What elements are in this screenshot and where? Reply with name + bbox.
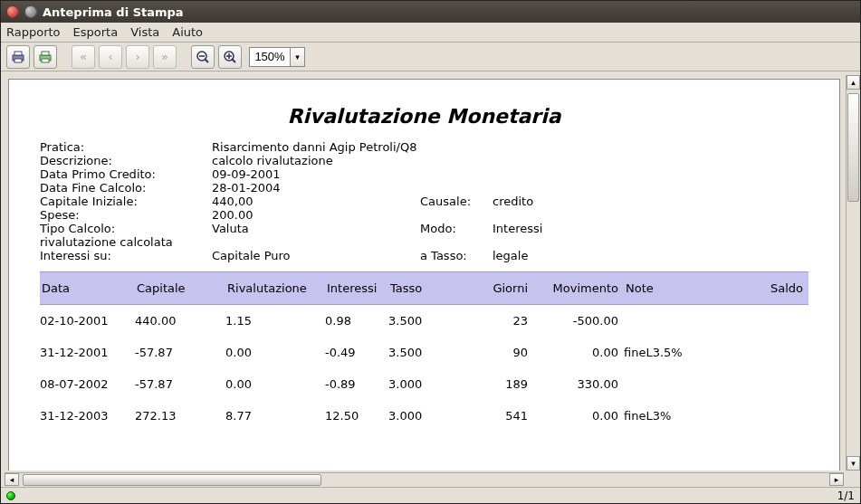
report-page: Rivalutazione Monetaria Pratica: Risarci…: [8, 79, 840, 471]
cell-interessi: 0.98: [325, 314, 388, 328]
col-rivalutazione: Rivalutazione: [225, 281, 325, 295]
zoom-combo[interactable]: ▾: [249, 47, 305, 67]
prev-page-button[interactable]: ‹: [99, 45, 122, 69]
zoom-input[interactable]: [250, 48, 290, 66]
scroll-left-arrow[interactable]: ◂: [5, 473, 19, 486]
horizontal-scrollbar[interactable]: ◂ ▸: [5, 472, 844, 487]
table-row: 08-07-2002-57.870.00-0.893.000189330.00: [40, 368, 808, 400]
cell-saldo: [732, 314, 808, 328]
meta-modo-label: Modo:: [420, 222, 493, 235]
page-indicator: 1/1: [837, 490, 855, 502]
col-movimento: Movimento: [533, 281, 624, 295]
meta-descrizione-value: calcolo rivalutazione: [212, 154, 601, 167]
meta-pratica-label: Pratica:: [40, 140, 212, 154]
chevron-down-icon: ▾: [295, 52, 300, 62]
zoom-dropdown[interactable]: ▾: [290, 48, 304, 66]
meta-capitale-iniziale-label: Capitale Iniziale:: [40, 195, 212, 208]
next-page-button[interactable]: ›: [126, 45, 149, 69]
meta-spese-value: 200.00: [212, 208, 601, 222]
cell-capitale: -57.87: [135, 346, 225, 359]
statusbar: 1/1: [1, 487, 860, 503]
cell-note: [624, 377, 732, 391]
meta-causale-label: Causale:: [420, 195, 493, 208]
svg-rect-2: [14, 59, 22, 62]
cell-capitale: 440.00: [135, 314, 225, 328]
meta-data-primo-credito-label: Data Primo Credito:: [40, 167, 212, 181]
cell-data: 08-07-2002: [40, 377, 135, 391]
preview-viewport: Rivalutazione Monetaria Pratica: Risarci…: [1, 71, 860, 487]
minimize-icon[interactable]: [24, 5, 37, 18]
cell-data: 31-12-2001: [40, 346, 135, 359]
col-saldo: Saldo: [732, 281, 808, 295]
svg-rect-1: [14, 52, 22, 55]
cell-saldo: [732, 346, 808, 359]
page-setup-button[interactable]: [33, 45, 57, 69]
h-scroll-thumb[interactable]: [23, 474, 321, 486]
scroll-right-arrow[interactable]: ▸: [829, 473, 844, 486]
menu-rapporto[interactable]: Rapporto: [6, 25, 61, 39]
col-capitale: Capitale: [135, 281, 225, 295]
cell-giorni: 23: [452, 314, 533, 328]
cell-saldo: [732, 409, 808, 423]
toolbar: « ‹ › » ▾: [1, 43, 860, 71]
cell-tasso: 3.500: [388, 346, 452, 359]
window-title: Anteprima di Stampa: [43, 5, 184, 19]
cell-interessi: -0.89: [325, 377, 388, 391]
meta-modo-value: Interessi: [493, 222, 601, 235]
cell-data: 02-10-2001: [40, 314, 135, 328]
status-led-icon: [6, 491, 15, 500]
meta-tipo-calcolo-value: Valuta: [212, 222, 420, 235]
vertical-scrollbar[interactable]: ▴ ▾: [846, 75, 860, 471]
report-meta: Pratica: Risarcimento danni Agip Petroli…: [40, 140, 808, 262]
first-page-button[interactable]: «: [72, 45, 95, 69]
cell-rivalutazione: 8.77: [225, 409, 325, 423]
table-body: 02-10-2001440.001.150.983.50023-500.0031…: [40, 305, 808, 432]
meta-causale-value: credito: [493, 195, 601, 208]
cell-giorni: 189: [452, 377, 533, 391]
table-row: 31-12-2003272.138.7712.503.0005410.00fin…: [40, 400, 808, 432]
double-chevron-left-icon: «: [80, 50, 87, 63]
menu-esporta[interactable]: Esporta: [73, 25, 119, 39]
col-interessi: Interessi: [325, 281, 388, 295]
meta-spese-label: Spese:: [40, 208, 212, 222]
cell-tasso: 3.000: [388, 377, 452, 391]
meta-capitale-iniziale-value: 440,00: [212, 195, 420, 208]
printer-icon: [11, 50, 25, 64]
cell-saldo: [732, 377, 808, 391]
v-scroll-thumb[interactable]: [847, 93, 859, 202]
double-chevron-right-icon: »: [161, 50, 168, 63]
zoom-out-icon: [196, 50, 210, 64]
menu-aiuto[interactable]: Aiuto: [172, 25, 203, 39]
col-note: Note: [624, 281, 732, 295]
meta-interessi-su-label: Interessi su:: [40, 249, 212, 262]
zoom-out-button[interactable]: [191, 45, 215, 69]
meta-data-fine-calcolo-value: 28-01-2004: [212, 181, 601, 195]
print-button[interactable]: [6, 45, 30, 69]
close-icon[interactable]: [6, 5, 19, 18]
svg-rect-5: [42, 59, 49, 62]
scroll-corner: [846, 472, 860, 487]
last-page-button[interactable]: »: [153, 45, 177, 69]
cell-note: fineL3%: [624, 409, 732, 423]
zoom-in-button[interactable]: [218, 45, 242, 69]
zoom-in-icon: [223, 50, 237, 64]
chevron-left-icon: ‹: [108, 50, 112, 63]
print-preview-window: Anteprima di Stampa Rapporto Esporta Vis…: [0, 0, 861, 504]
meta-interessi-su-value: Capitale Puro: [212, 249, 420, 262]
cell-capitale: 272.13: [135, 409, 225, 423]
cell-note: [624, 314, 732, 328]
svg-line-10: [232, 59, 235, 62]
cell-giorni: 541: [452, 409, 533, 423]
table-row: 31-12-2001-57.870.00-0.493.500900.00fine…: [40, 337, 808, 368]
cell-rivalutazione: 0.00: [225, 377, 325, 391]
cell-note: fineL3.5%: [624, 346, 732, 359]
cell-giorni: 90: [452, 346, 533, 359]
page-scroll-area[interactable]: Rivalutazione Monetaria Pratica: Risarci…: [5, 75, 844, 471]
scroll-down-arrow[interactable]: ▾: [847, 456, 860, 471]
cell-movimento: 330.00: [533, 377, 624, 391]
cell-movimento: -500.00: [533, 314, 624, 328]
svg-line-7: [205, 59, 208, 62]
scroll-up-arrow[interactable]: ▴: [847, 75, 860, 90]
menu-vista[interactable]: Vista: [130, 25, 159, 39]
meta-tipo-calcolo-label: Tipo Calcolo:: [40, 222, 212, 235]
